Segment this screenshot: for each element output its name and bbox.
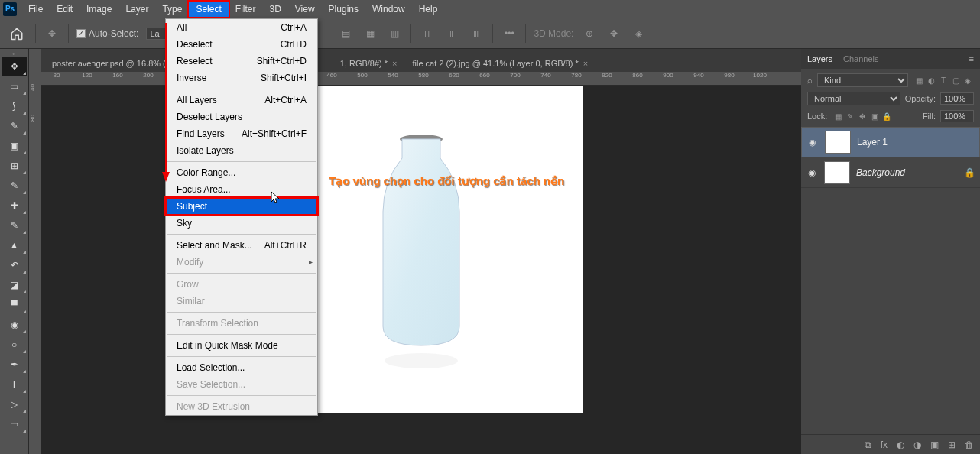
right-panels: Layers Channels ≡ ⌕ Kind ▦◐T▢◈ Normal Op…	[801, 49, 980, 454]
stamp-tool[interactable]: ▲	[2, 236, 27, 255]
panel-handle[interactable]: »	[2, 50, 27, 57]
3d-zoom-icon[interactable]: ◈	[630, 25, 647, 42]
healing-tool[interactable]: ✚	[2, 196, 27, 215]
layer-name[interactable]: Background	[856, 167, 905, 178]
menu-item-load-selection[interactable]: Load Selection...	[166, 359, 317, 376]
bottle-image	[372, 131, 471, 384]
visibility-icon[interactable]: ◉	[806, 138, 819, 148]
menu-filter[interactable]: Filter	[229, 2, 263, 17]
menu-item-inverse[interactable]: InverseShift+Ctrl+I	[166, 70, 317, 86]
menu-file[interactable]: File	[21, 2, 50, 17]
align-center-icon[interactable]: ▦	[362, 25, 378, 42]
close-icon[interactable]: ×	[392, 59, 397, 68]
lasso-tool[interactable]: ⟆	[2, 97, 27, 115]
frame-tool[interactable]: ⊞	[2, 157, 27, 175]
shape-tool[interactable]: ▭	[2, 415, 27, 433]
layer-name[interactable]: Layer 1	[857, 137, 888, 148]
ruler-horizontal: 80120160200 4204605005405806206607007407…	[41, 72, 801, 86]
menu-item-isolate-layers[interactable]: Isolate Layers	[166, 142, 317, 159]
3d-pan-icon[interactable]: ✥	[605, 25, 622, 42]
delete-icon[interactable]: 🗑	[965, 439, 974, 450]
pen-tool[interactable]: ✒	[2, 355, 27, 374]
menu-type[interactable]: Type	[155, 2, 189, 17]
menu-select[interactable]: Select	[189, 2, 228, 17]
menu-layer[interactable]: Layer	[118, 2, 155, 17]
brush-tool[interactable]: ✎	[2, 216, 27, 235]
menu-item-color-range[interactable]: Color Range...	[166, 164, 317, 181]
link-layers-icon[interactable]: ⧉	[865, 439, 871, 450]
gradient-tool[interactable]: ▀	[2, 296, 27, 314]
distribute-icon[interactable]: ⫼	[468, 25, 485, 42]
more-icon[interactable]: •••	[501, 25, 518, 42]
blur-tool[interactable]: ◉	[2, 316, 27, 334]
distribute-icon[interactable]: ⫼	[419, 25, 436, 42]
document-tab[interactable]: file cat 2 (2).jpg @ 41.1% (Layer 0, RGB…	[405, 54, 596, 72]
opacity-value[interactable]: 100%	[940, 92, 974, 105]
align-right-icon[interactable]: ▥	[386, 25, 403, 42]
menu-window[interactable]: Window	[365, 2, 412, 17]
menu-plugins[interactable]: Plugins	[322, 2, 365, 17]
separator	[525, 24, 526, 43]
menu-item-select-and-mask[interactable]: Select and Mask...Alt+Ctrl+R	[166, 237, 317, 254]
path-select-tool[interactable]: ▷	[2, 395, 27, 413]
tools-panel: » ✥ ▭ ⟆ ✎ ▣ ⊞ ✎ ✚ ✎ ▲ ↶ ◪ ▀ ◉ ○ ✒ T ▷ ▭	[0, 49, 29, 454]
fill-value[interactable]: 100%	[940, 110, 974, 122]
menu-item-find-layers[interactable]: Find LayersAlt+Shift+Ctrl+F	[166, 125, 317, 142]
document-tab[interactable]: poster avenger.psd @ 16.8% (R	[44, 54, 180, 72]
layer-filter-kind[interactable]: Kind	[817, 73, 908, 87]
eyedropper-tool[interactable]: ✎	[2, 177, 27, 195]
move-tool[interactable]: ✥	[2, 57, 27, 76]
crop-tool[interactable]: ▣	[2, 137, 27, 155]
3d-mode-label: 3D Mode:	[534, 28, 573, 39]
document-tab[interactable]: 1, RGB/8#) *×	[333, 54, 405, 72]
menu-item-edit-in-quick-mask-mode[interactable]: Edit in Quick Mask Mode	[166, 337, 317, 354]
panel-menu-icon[interactable]: ≡	[969, 54, 974, 63]
menu-item-sky[interactable]: Sky	[166, 215, 317, 232]
tab-channels[interactable]: Channels	[843, 54, 878, 63]
filter-icons[interactable]: ▦◐T▢◈	[913, 75, 974, 86]
layer-row[interactable]: ◉ Layer 1	[801, 127, 980, 157]
menu-view[interactable]: View	[288, 2, 322, 17]
menu-item-subject[interactable]: Subject	[166, 198, 317, 215]
canvas-viewport[interactable]	[41, 86, 801, 454]
layer-thumbnail[interactable]	[825, 131, 851, 154]
history-brush-tool[interactable]: ↶	[2, 256, 27, 274]
menu-item-transform-selection: Transform Selection	[166, 315, 317, 332]
adjustment-icon[interactable]: ◑	[913, 439, 921, 450]
home-icon[interactable]	[6, 23, 28, 44]
align-left-icon[interactable]: ▤	[337, 25, 354, 42]
close-icon[interactable]: ×	[583, 59, 588, 68]
menu-item-reselect[interactable]: ReselectShift+Ctrl+D	[166, 53, 317, 70]
dodge-tool[interactable]: ○	[2, 336, 27, 354]
tab-layers[interactable]: Layers	[807, 54, 832, 63]
menu-item-focus-area[interactable]: Focus Area...	[166, 181, 317, 198]
move-tool-icon[interactable]: ✥	[44, 25, 60, 42]
marquee-tool[interactable]: ▭	[2, 77, 27, 96]
menu-item-all[interactable]: AllCtrl+A	[166, 19, 317, 36]
layer-row[interactable]: ◉ Background 🔒	[801, 157, 980, 188]
eraser-tool[interactable]: ◪	[2, 276, 27, 294]
group-icon[interactable]: ▣	[930, 439, 939, 450]
quick-select-tool[interactable]: ✎	[2, 117, 27, 135]
visibility-icon[interactable]: ◉	[806, 167, 818, 178]
search-icon[interactable]: ⌕	[807, 76, 813, 85]
mask-icon[interactable]: ◐	[897, 439, 904, 450]
3d-orbit-icon[interactable]: ⊕	[581, 25, 598, 42]
menu-image[interactable]: Image	[80, 2, 118, 17]
panel-tabs: Layers Channels ≡	[801, 49, 980, 69]
menu-item-deselect-layers[interactable]: Deselect Layers	[166, 109, 317, 125]
type-tool[interactable]: T	[2, 375, 27, 394]
ruler-vertical: 40 80	[29, 49, 41, 454]
menu-help[interactable]: Help	[412, 2, 445, 17]
distribute-icon[interactable]: ⫿	[443, 25, 460, 42]
menu-item-deselect[interactable]: DeselectCtrl+D	[166, 36, 317, 53]
fx-icon[interactable]: fx	[881, 439, 888, 450]
menu-3d[interactable]: 3D	[262, 2, 287, 17]
menu-item-all-layers[interactable]: All LayersAlt+Ctrl+A	[166, 92, 317, 109]
blend-mode-select[interactable]: Normal	[807, 92, 900, 105]
auto-select-checkbox[interactable]: ✓ Auto-Select:	[76, 28, 138, 39]
new-layer-icon[interactable]: ⊞	[948, 439, 956, 450]
lock-icons[interactable]: ▦✎✥▣🔒	[832, 111, 893, 122]
menu-edit[interactable]: Edit	[50, 2, 80, 17]
layer-thumbnail[interactable]	[824, 161, 850, 184]
